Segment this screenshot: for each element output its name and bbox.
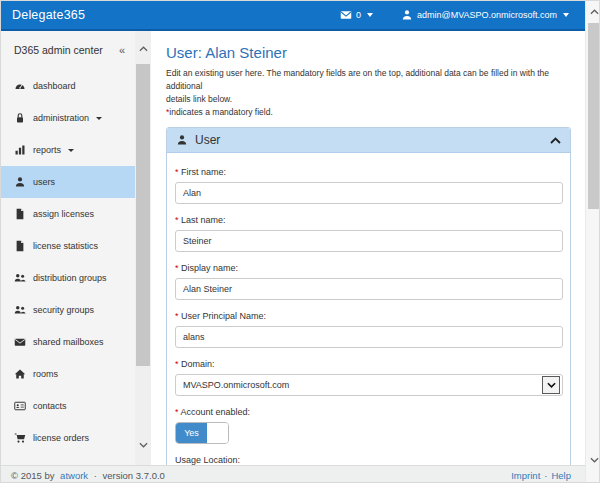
top-navbar: Delegate365 0 admin@MVASPO.onmicrosoft.c… xyxy=(1,1,585,31)
imprint-link[interactable]: Imprint xyxy=(511,470,540,481)
sidebar-nav: D365 admin center « dashboard administra… xyxy=(1,31,135,465)
sidebar-item-users[interactable]: users xyxy=(1,166,135,198)
required-marker: * xyxy=(175,263,179,273)
sidebar-item-label: administration xyxy=(33,113,89,123)
sidebar-item-label: shared mailboxes xyxy=(33,337,104,347)
domain-label: * Domain: xyxy=(175,358,563,370)
required-marker: * xyxy=(175,311,179,321)
sidebar-item-contacts[interactable]: contacts xyxy=(1,390,135,422)
select-chevron-down-icon[interactable] xyxy=(542,376,560,394)
first-name-input[interactable] xyxy=(175,182,563,204)
lock-icon xyxy=(14,112,26,124)
user-panel-body: * First name: * Last name: * Display nam… xyxy=(167,153,570,465)
scroll-down-icon[interactable] xyxy=(586,452,600,468)
last-name-input[interactable] xyxy=(175,230,563,252)
form-group-domain: * Domain: MVASPO.onmicrosoft.com xyxy=(175,358,563,396)
sidebar-collapse-button[interactable]: « xyxy=(119,44,125,56)
label-text: First name: xyxy=(181,167,226,177)
footer-copyright: © 2015 by atwork · version 3.7.0.0 xyxy=(11,470,168,481)
upn-input[interactable] xyxy=(175,326,563,348)
sidebar-item-label: assign licenses xyxy=(33,209,94,219)
scroll-down-icon[interactable] xyxy=(135,437,151,453)
label-text: Domain: xyxy=(181,359,215,369)
user-panel: User * First name: * Last name: * Displa… xyxy=(166,127,571,465)
scroll-up-icon[interactable] xyxy=(586,4,600,20)
caret-down-icon xyxy=(367,13,373,17)
sidebar-item-label: contacts xyxy=(33,401,67,411)
delegate365-app-window: Delegate365 0 admin@MVASPO.onmicrosoft.c… xyxy=(0,0,600,483)
mandatory-note: *indicates a mandatory field. xyxy=(166,106,571,119)
label-text: Last name: xyxy=(181,215,226,225)
domain-selected-value: MVASPO.onmicrosoft.com xyxy=(183,380,289,390)
form-group-usage-location: Usage Location: xyxy=(175,454,563,465)
mandatory-note-text: indicates a mandatory field. xyxy=(169,107,272,117)
account-enabled-toggle[interactable]: Yes xyxy=(175,422,229,444)
sidebar-item-reports[interactable]: reports xyxy=(1,134,135,166)
domain-select[interactable]: MVASPO.onmicrosoft.com xyxy=(175,374,563,396)
envelope-icon xyxy=(14,336,26,348)
user-icon xyxy=(176,134,188,146)
display-name-input[interactable] xyxy=(175,278,563,300)
cart-icon xyxy=(14,432,26,444)
panel-title: User xyxy=(195,133,220,147)
page-description: Edit an existing user here. The mandator… xyxy=(166,67,571,106)
sidebar-item-distribution-groups[interactable]: distribution groups xyxy=(1,262,135,294)
users-group-icon xyxy=(14,304,26,316)
label-text: Account enabled: xyxy=(181,407,251,417)
dashboard-icon xyxy=(14,80,26,92)
required-marker: * xyxy=(175,407,179,417)
sidebar-item-label: reports xyxy=(33,145,61,155)
messages-dropdown[interactable]: 0 xyxy=(340,9,373,21)
sidebar-item-label: users xyxy=(33,177,55,187)
first-name-label: * First name: xyxy=(175,166,563,178)
scroll-up-icon[interactable] xyxy=(135,41,151,57)
sidebar-item-rooms[interactable]: rooms xyxy=(1,358,135,390)
last-name-label: * Last name: xyxy=(175,214,563,226)
toggle-off-handle[interactable] xyxy=(207,423,228,443)
usage-location-label: Usage Location: xyxy=(175,454,563,465)
page-scrollbar-thumb[interactable] xyxy=(588,23,599,209)
sidebar-scrollbar-thumb[interactable] xyxy=(136,64,150,366)
sidebar-item-dashboard[interactable]: dashboard xyxy=(1,70,135,102)
sidebar-scrollbar[interactable] xyxy=(135,31,151,465)
caret-down-icon xyxy=(68,149,74,152)
messages-count: 0 xyxy=(356,10,361,20)
chevron-up-icon[interactable] xyxy=(550,137,561,144)
sidebar-item-administration[interactable]: administration xyxy=(1,102,135,134)
sidebar-item-label: distribution groups xyxy=(33,273,107,283)
home-icon xyxy=(14,368,26,380)
bar-chart-icon xyxy=(14,144,26,156)
account-dropdown[interactable]: admin@MVASPO.onmicrosoft.com xyxy=(401,9,569,21)
sidebar-item-security-groups[interactable]: security groups xyxy=(1,294,135,326)
sidebar-item-license-orders[interactable]: license orders xyxy=(1,422,135,454)
required-marker: * xyxy=(175,167,179,177)
sidebar-item-label: license statistics xyxy=(33,241,98,251)
footer-bar: © 2015 by atwork · version 3.7.0.0 Impri… xyxy=(1,465,585,483)
toggle-on-label[interactable]: Yes xyxy=(176,423,207,443)
sidebar-item-label: security groups xyxy=(33,305,94,315)
footer-separator: · xyxy=(544,470,547,481)
form-group-first-name: * First name: xyxy=(175,166,563,204)
sidebar-item-shared-mailboxes[interactable]: shared mailboxes xyxy=(1,326,135,358)
sidebar-item-assign-licenses[interactable]: assign licenses xyxy=(1,198,135,230)
caret-down-icon xyxy=(563,13,569,17)
copyright-text: © 2015 by xyxy=(11,470,54,481)
footer-links: Imprint · Help xyxy=(511,470,571,481)
footer-separator: · xyxy=(94,470,97,481)
vendor-link[interactable]: atwork xyxy=(60,470,88,481)
version-text: version 3.7.0.0 xyxy=(103,470,165,481)
display-name-label: * Display name: xyxy=(175,262,563,274)
description-line1: Edit an existing user here. The mandator… xyxy=(166,68,549,91)
page-scrollbar[interactable] xyxy=(585,1,600,483)
label-text: User Principal Name: xyxy=(181,311,266,321)
label-text: Usage Location: xyxy=(175,455,240,465)
caret-down-icon xyxy=(96,117,102,120)
description-line2: details link below. xyxy=(166,94,232,104)
label-text: Display name: xyxy=(181,263,238,273)
contact-card-icon xyxy=(14,400,26,412)
main-content: User: Alan Steiner Edit an existing user… xyxy=(151,31,585,465)
user-panel-header[interactable]: User xyxy=(167,128,570,153)
sidebar-item-license-statistics[interactable]: license statistics xyxy=(1,230,135,262)
help-link[interactable]: Help xyxy=(551,470,571,481)
account-email: admin@MVASPO.onmicrosoft.com xyxy=(417,10,557,20)
